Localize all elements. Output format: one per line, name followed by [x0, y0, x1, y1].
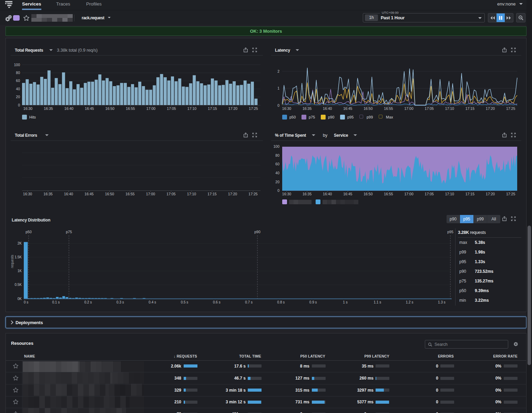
- svg-text:16:50: 16:50: [105, 192, 114, 196]
- svg-text:16:35: 16:35: [303, 192, 311, 196]
- svg-text:16:40: 16:40: [64, 106, 73, 111]
- svg-text:0: 0: [18, 103, 20, 107]
- svg-text:0: 0: [277, 103, 279, 107]
- svg-text:17:05: 17:05: [425, 106, 434, 111]
- svg-text:0.5K: 0.5K: [14, 283, 22, 287]
- svg-text:17:25: 17:25: [249, 106, 258, 111]
- svg-text:16:35: 16:35: [303, 106, 311, 111]
- svg-text:17:25: 17:25: [506, 106, 515, 111]
- svg-text:100: 100: [14, 63, 20, 67]
- svg-text:17:10: 17:10: [445, 106, 454, 111]
- svg-text:17:05: 17:05: [167, 106, 176, 111]
- svg-text:0.3 s: 0.3 s: [116, 300, 124, 304]
- svg-text:16:30: 16:30: [23, 106, 32, 111]
- svg-text:17:15: 17:15: [207, 192, 216, 196]
- svg-text:16:35: 16:35: [44, 106, 53, 111]
- svg-text:16:55: 16:55: [125, 192, 134, 196]
- svg-text:17:05: 17:05: [166, 192, 175, 196]
- svg-text:16:40: 16:40: [323, 106, 332, 111]
- svg-text:17:25: 17:25: [506, 192, 515, 196]
- svg-text:1 s: 1 s: [343, 300, 347, 304]
- svg-text:p75: p75: [66, 230, 72, 234]
- svg-text:20: 20: [275, 180, 279, 184]
- svg-text:60: 60: [275, 162, 279, 166]
- svg-text:2K: 2K: [18, 241, 22, 245]
- svg-text:1: 1: [277, 86, 279, 90]
- svg-text:1.3 s: 1.3 s: [438, 300, 446, 304]
- svg-text:17:20: 17:20: [486, 106, 495, 111]
- svg-text:16:45: 16:45: [84, 192, 93, 196]
- svg-text:17:15: 17:15: [208, 106, 217, 111]
- svg-text:17:20: 17:20: [486, 192, 495, 196]
- svg-text:1.1 s: 1.1 s: [374, 300, 381, 304]
- svg-text:0.4 s: 0.4 s: [149, 300, 156, 304]
- svg-text:16:50: 16:50: [105, 106, 114, 111]
- svg-text:16:40: 16:40: [323, 192, 332, 196]
- svg-text:100: 100: [273, 144, 279, 148]
- svg-text:p90: p90: [254, 230, 260, 234]
- svg-text:17:15: 17:15: [466, 192, 474, 196]
- svg-text:80: 80: [275, 153, 279, 157]
- svg-text:16:50: 16:50: [364, 192, 372, 196]
- svg-text:17:20: 17:20: [228, 106, 237, 111]
- svg-text:17:00: 17:00: [404, 106, 413, 111]
- svg-text:40: 40: [16, 87, 20, 91]
- svg-text:1.2 s: 1.2 s: [406, 300, 413, 304]
- svg-text:16:55: 16:55: [126, 106, 135, 111]
- svg-text:0 s: 0 s: [24, 300, 28, 304]
- svg-text:16:45: 16:45: [85, 106, 94, 111]
- svg-text:16:55: 16:55: [384, 192, 393, 196]
- svg-text:2: 2: [277, 69, 279, 73]
- svg-text:0.8 s: 0.8 s: [277, 300, 285, 304]
- svg-text:p95: p95: [447, 230, 453, 234]
- svg-text:16:45: 16:45: [343, 106, 352, 111]
- svg-text:17:00: 17:00: [404, 192, 413, 196]
- svg-text:17:15: 17:15: [466, 106, 474, 111]
- svg-text:17:25: 17:25: [248, 192, 257, 196]
- svg-text:16:30: 16:30: [282, 192, 291, 196]
- svg-text:17:20: 17:20: [228, 192, 237, 196]
- svg-text:1.5K: 1.5K: [14, 255, 22, 259]
- svg-text:17:10: 17:10: [187, 192, 196, 196]
- svg-text:20: 20: [16, 95, 20, 99]
- svg-text:16:55: 16:55: [384, 106, 393, 111]
- svg-text:17:10: 17:10: [187, 106, 196, 111]
- svg-text:0.9 s: 0.9 s: [309, 300, 317, 304]
- svg-text:17:10: 17:10: [445, 192, 454, 196]
- svg-text:0.5 s: 0.5 s: [181, 300, 188, 304]
- svg-text:80: 80: [16, 71, 20, 75]
- svg-text:16:30: 16:30: [23, 192, 32, 196]
- svg-text:16:40: 16:40: [64, 192, 73, 196]
- svg-text:0.1 s: 0.1 s: [52, 300, 60, 304]
- svg-text:requests: requests: [10, 255, 14, 268]
- svg-text:60: 60: [16, 79, 20, 83]
- svg-text:17:00: 17:00: [146, 192, 155, 196]
- svg-text:16:45: 16:45: [343, 192, 352, 196]
- svg-text:p50: p50: [25, 230, 32, 234]
- svg-text:17:00: 17:00: [146, 106, 155, 111]
- svg-text:16:35: 16:35: [43, 192, 52, 196]
- svg-text:1K: 1K: [18, 269, 22, 273]
- svg-text:0.6 s: 0.6 s: [213, 300, 221, 304]
- svg-text:0K: 0K: [18, 297, 22, 301]
- svg-text:0: 0: [277, 188, 279, 193]
- svg-text:0.2 s: 0.2 s: [84, 300, 92, 304]
- svg-text:16:30: 16:30: [282, 106, 291, 111]
- svg-text:40: 40: [275, 171, 279, 175]
- svg-text:16:50: 16:50: [364, 106, 372, 111]
- svg-text:0.7 s: 0.7 s: [245, 300, 253, 304]
- svg-text:17:05: 17:05: [425, 192, 434, 196]
